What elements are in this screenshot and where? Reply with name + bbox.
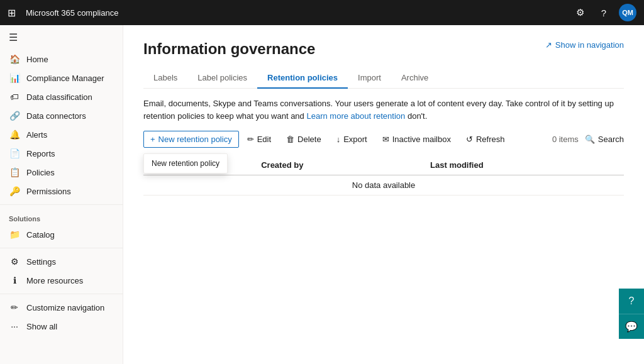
permissions-icon: 🔑 xyxy=(9,186,20,196)
learn-more-link[interactable]: Learn more about retention xyxy=(306,111,405,121)
sidebar-item-label: Show all xyxy=(26,322,57,331)
sidebar-item-more-resources[interactable]: ℹ More resources xyxy=(0,271,123,290)
reports-icon: 📄 xyxy=(9,148,20,158)
sidebar-item-home[interactable]: 🏠 Home xyxy=(0,50,123,69)
tab-retention-policies[interactable]: Retention policies xyxy=(257,68,348,89)
sidebar-item-label: More resources xyxy=(26,276,83,285)
home-icon: 🏠 xyxy=(9,54,20,64)
fab-help-icon: ? xyxy=(629,295,635,307)
sidebar-item-settings[interactable]: ⚙ Settings xyxy=(0,252,123,271)
export-icon: ↓ xyxy=(336,135,341,144)
refresh-button[interactable]: ↺ Refresh xyxy=(459,131,512,148)
tab-import[interactable]: Import xyxy=(348,68,391,89)
sidebar-divider-3 xyxy=(0,294,123,294)
column-last-modified: Last modified xyxy=(423,155,624,175)
tab-labels[interactable]: Labels xyxy=(143,68,187,89)
sidebar-item-label: Catalog xyxy=(26,230,55,240)
edit-button[interactable]: ✏ Edit xyxy=(240,131,278,148)
topbar: ⊞ Microsoft 365 compliance ⚙ ? QM xyxy=(0,0,644,25)
sidebar-item-catalog[interactable]: 📁 Catalog xyxy=(0,225,123,244)
show-in-navigation-button[interactable]: ↗ Show in navigation xyxy=(545,40,624,50)
inactive-mailbox-button[interactable]: ✉ Inactive mailbox xyxy=(375,131,458,148)
sidebar-item-label: Settings xyxy=(26,257,56,267)
sidebar-item-label: Compliance Manager xyxy=(26,74,104,83)
sidebar-item-label: Policies xyxy=(26,168,55,177)
sidebar-item-alerts[interactable]: 🔔 Alerts xyxy=(0,125,123,144)
description-text: Email, documents, Skype and Teams conver… xyxy=(143,97,624,122)
classification-icon: 🏷 xyxy=(9,92,20,102)
toolbar-right: 0 items 🔍 Search xyxy=(552,135,624,144)
sidebar-item-customize-navigation[interactable]: ✏ Customize navigation xyxy=(0,298,123,317)
search-icon: 🔍 xyxy=(585,135,595,144)
table-empty-row: No data available xyxy=(143,175,624,196)
sidebar-item-label: Permissions xyxy=(26,187,71,196)
export-button[interactable]: ↓ Export xyxy=(330,131,374,148)
sidebar-item-label: Data connectors xyxy=(26,111,86,121)
sidebar-item-permissions[interactable]: 🔑 Permissions xyxy=(0,182,123,201)
avatar[interactable]: QM xyxy=(619,4,636,21)
connectors-icon: 🔗 xyxy=(9,111,20,121)
sidebar-item-label: Data classification xyxy=(26,92,92,102)
sidebar-divider-2 xyxy=(0,248,123,248)
tab-label-policies[interactable]: Label policies xyxy=(187,68,257,89)
mailbox-icon: ✉ xyxy=(382,135,389,144)
sidebar-item-compliance-manager[interactable]: 📊 Compliance Manager xyxy=(0,69,123,87)
refresh-label: Refresh xyxy=(476,135,505,144)
help-button[interactable]: ? xyxy=(595,4,613,21)
plus-icon: + xyxy=(150,135,155,144)
sidebar-item-policies[interactable]: 📋 Policies xyxy=(0,163,123,182)
new-retention-policy-button[interactable]: + New retention policy xyxy=(143,131,239,148)
sidebar-item-label: Home xyxy=(26,55,48,64)
empty-message: No data available xyxy=(143,175,624,196)
show-in-nav-label: Show in navigation xyxy=(555,40,624,50)
edit-icon: ✏ xyxy=(247,135,254,144)
catalog-icon: 📁 xyxy=(9,229,20,240)
sidebar-item-show-all[interactable]: ··· Show all xyxy=(0,317,123,336)
solutions-section-label: Solutions xyxy=(0,209,123,225)
sidebar-divider-1 xyxy=(0,204,123,205)
settings-button[interactable]: ⚙ xyxy=(571,4,589,21)
search-label: Search xyxy=(598,135,624,144)
tab-archive[interactable]: Archive xyxy=(391,68,438,89)
fab-chat-button[interactable]: 💬 xyxy=(619,314,644,339)
inactive-mailbox-label: Inactive mailbox xyxy=(392,135,451,144)
sidebar-item-label: Reports xyxy=(26,149,55,158)
alerts-icon: 🔔 xyxy=(9,130,20,140)
page-title: Information governance xyxy=(143,40,315,58)
sidebar: ☰ 🏠 Home 📊 Compliance Manager 🏷 Data cla… xyxy=(0,25,123,364)
settings-icon: ⚙ xyxy=(9,256,20,267)
edit-label: Edit xyxy=(257,135,271,144)
delete-button[interactable]: 🗑 Delete xyxy=(279,131,328,148)
fab-chat-icon: 💬 xyxy=(625,321,638,333)
tabs-bar: Labels Label policies Retention policies… xyxy=(143,68,624,89)
search-button[interactable]: 🔍 Search xyxy=(585,135,624,144)
items-count: 0 items xyxy=(552,135,579,144)
content-header: Information governance ↗ Show in navigat… xyxy=(143,40,624,58)
customize-icon: ✏ xyxy=(9,302,20,312)
content-area: Information governance ↗ Show in navigat… xyxy=(123,25,644,364)
export-label: Export xyxy=(343,135,367,144)
fab-help-button[interactable]: ? xyxy=(619,289,644,314)
main-layout: ☰ 🏠 Home 📊 Compliance Manager 🏷 Data cla… xyxy=(0,25,644,364)
sidebar-item-reports[interactable]: 📄 Reports xyxy=(0,144,123,163)
sidebar-item-data-classification[interactable]: 🏷 Data classification xyxy=(0,87,123,106)
delete-icon: 🗑 xyxy=(286,135,294,144)
column-created-by: Created by xyxy=(253,155,423,175)
sidebar-item-label: Customize navigation xyxy=(26,303,104,312)
policies-icon: 📋 xyxy=(9,167,20,177)
toolbar: + New retention policy New retention pol… xyxy=(143,131,624,148)
compliance-icon: 📊 xyxy=(9,73,20,83)
delete-label: Delete xyxy=(297,135,321,144)
show-in-nav-icon: ↗ xyxy=(545,40,552,50)
app-title: Microsoft 365 compliance xyxy=(26,8,565,18)
sidebar-item-data-connectors[interactable]: 🔗 Data connectors xyxy=(0,106,123,125)
fab-container: ? 💬 xyxy=(619,289,644,339)
sidebar-item-label: Alerts xyxy=(26,130,47,140)
refresh-icon: ↺ xyxy=(466,135,473,144)
show-all-icon: ··· xyxy=(9,321,20,331)
new-policy-label: New retention policy xyxy=(158,135,232,144)
hamburger-button[interactable]: ☰ xyxy=(0,25,123,50)
new-policy-tooltip: New retention policy xyxy=(143,153,228,174)
waffle-icon[interactable]: ⊞ xyxy=(8,7,16,19)
more-resources-icon: ℹ xyxy=(9,275,20,285)
